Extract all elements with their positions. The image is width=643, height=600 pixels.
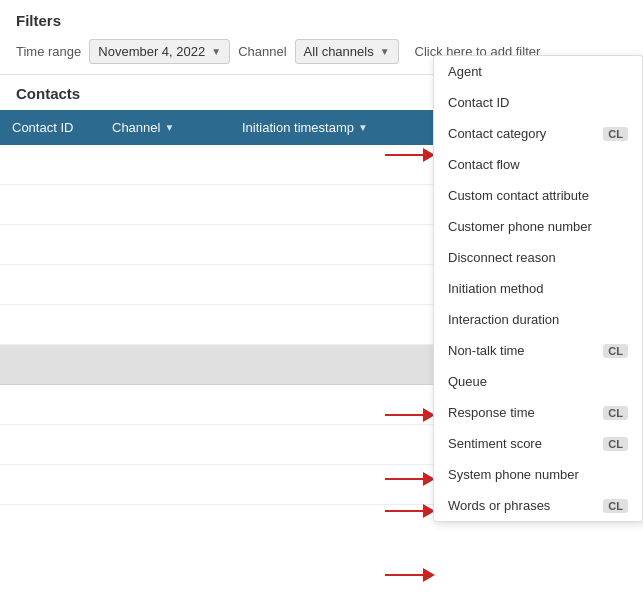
dropdown-item-label-contact-category: Contact category — [448, 126, 546, 141]
time-range-label: Time range — [16, 44, 81, 59]
th-channel-label: Channel — [112, 120, 160, 135]
arrow-line — [385, 574, 423, 577]
time-range-dropdown[interactable]: November 4, 2022 ▼ — [89, 39, 230, 64]
filters-title: Filters — [16, 12, 627, 29]
dropdown-item-contact-flow[interactable]: Contact flow — [434, 149, 642, 180]
dropdown-item-label-contact-flow: Contact flow — [448, 157, 520, 172]
dropdown-item-label-contact-id: Contact ID — [448, 95, 509, 110]
th-initiation-timestamp[interactable]: Initiation timestamp ▼ — [230, 110, 450, 145]
arrow-sentiment-score — [385, 504, 435, 518]
dropdown-item-label-disconnect-reason: Disconnect reason — [448, 250, 556, 265]
dropdown-item-label-initiation-method: Initiation method — [448, 281, 543, 296]
dropdown-item-sentiment-score[interactable]: Sentiment scoreCL — [434, 428, 642, 459]
arrow-contact-category — [385, 148, 435, 162]
channel-value: All channels — [304, 44, 374, 59]
dropdown-item-label-customer-phone-number: Customer phone number — [448, 219, 592, 234]
dropdown-item-contact-category[interactable]: Contact categoryCL — [434, 118, 642, 149]
arrow-line — [385, 478, 423, 481]
dropdown-item-label-words-or-phrases: Words or phrases — [448, 498, 550, 513]
dropdown-item-disconnect-reason[interactable]: Disconnect reason — [434, 242, 642, 273]
dropdown-item-customer-phone-number[interactable]: Customer phone number — [434, 211, 642, 242]
dropdown-item-custom-contact-attribute[interactable]: Custom contact attribute — [434, 180, 642, 211]
dropdown-item-badge-non-talk-time: CL — [603, 344, 628, 358]
dropdown-item-queue[interactable]: Queue — [434, 366, 642, 397]
dropdown-item-label-response-time: Response time — [448, 405, 535, 420]
timestamp-sort-icon: ▼ — [358, 122, 368, 133]
dropdown-item-contact-id[interactable]: Contact ID — [434, 87, 642, 118]
dropdown-item-initiation-method[interactable]: Initiation method — [434, 273, 642, 304]
arrow-line — [385, 414, 423, 417]
dropdown-item-label-custom-contact-attribute: Custom contact attribute — [448, 188, 589, 203]
arrow-line — [385, 154, 423, 157]
dropdown-item-label-system-phone-number: System phone number — [448, 467, 579, 482]
dropdown-item-badge-contact-category: CL — [603, 127, 628, 141]
channel-arrow-icon: ▼ — [380, 46, 390, 57]
channel-label: Channel — [238, 44, 286, 59]
arrow-non-talk-time — [385, 408, 435, 422]
th-channel[interactable]: Channel ▼ — [100, 110, 230, 145]
dropdown-item-badge-sentiment-score: CL — [603, 437, 628, 451]
dropdown-item-interaction-duration[interactable]: Interaction duration — [434, 304, 642, 335]
dropdown-item-agent[interactable]: Agent — [434, 56, 642, 87]
dropdown-item-badge-words-or-phrases: CL — [603, 499, 628, 513]
dropdown-item-label-sentiment-score: Sentiment score — [448, 436, 542, 451]
th-contact-id: Contact ID — [0, 110, 100, 145]
dropdown-item-system-phone-number[interactable]: System phone number — [434, 459, 642, 490]
filter-dropdown-menu: AgentContact IDContact categoryCLContact… — [433, 55, 643, 522]
th-contact-id-label: Contact ID — [12, 120, 73, 135]
arrow-head — [423, 568, 435, 582]
channel-dropdown[interactable]: All channels ▼ — [295, 39, 399, 64]
time-range-value: November 4, 2022 — [98, 44, 205, 59]
dropdown-item-label-queue: Queue — [448, 374, 487, 389]
time-range-arrow-icon: ▼ — [211, 46, 221, 57]
dropdown-item-words-or-phrases[interactable]: Words or phrasesCL — [434, 490, 642, 521]
dropdown-item-label-non-talk-time: Non-talk time — [448, 343, 525, 358]
dropdown-item-non-talk-time[interactable]: Non-talk timeCL — [434, 335, 642, 366]
th-timestamp-label: Initiation timestamp — [242, 120, 354, 135]
dropdown-item-response-time[interactable]: Response timeCL — [434, 397, 642, 428]
channel-sort-icon: ▼ — [164, 122, 174, 133]
main-container: Filters Time range November 4, 2022 ▼ Ch… — [0, 0, 643, 600]
arrow-line — [385, 510, 423, 513]
dropdown-item-label-interaction-duration: Interaction duration — [448, 312, 559, 327]
dropdown-item-badge-response-time: CL — [603, 406, 628, 420]
arrow-words-or-phrases — [385, 568, 435, 582]
arrow-response-time — [385, 472, 435, 486]
dropdown-item-label-agent: Agent — [448, 64, 482, 79]
